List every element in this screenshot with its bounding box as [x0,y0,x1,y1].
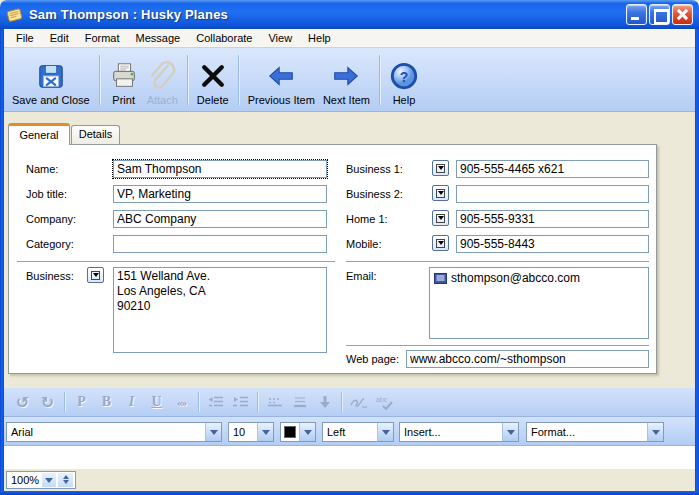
general-panel: Name: Job title: Company: Category: Busi… [8,144,657,374]
toolbar-separator [187,55,188,105]
print-icon [109,60,139,92]
help-label: Help [393,94,416,106]
editor-strip [4,446,695,468]
business2-dropdown-button[interactable] [432,185,449,201]
print-button[interactable]: Print [105,51,143,109]
menu-help[interactable]: Help [300,30,339,46]
dropdown-arrow-icon [436,189,445,198]
zoom-select[interactable]: 100% [6,471,76,489]
format-toolbar: ↺ ↻ P B I U «» abc [4,388,695,417]
delete-button[interactable]: Delete [193,51,233,109]
minimize-button[interactable] [626,4,647,25]
toolbar-separator [198,392,199,412]
business2-input[interactable] [456,185,649,203]
chevron-down-icon [647,423,663,441]
status-bar: 100% [4,468,695,491]
home1-dropdown-button[interactable] [432,210,449,226]
chevron-down-icon[interactable] [42,473,56,487]
arrow-left-icon [266,60,296,92]
save-and-close-button[interactable]: Save and Close [8,51,94,109]
chevron-down-icon [205,423,221,441]
mobile-dropdown-button[interactable] [432,235,449,251]
toolbar-separator [341,392,342,412]
business-address-textarea[interactable]: 151 Welland Ave. Los Angeles, CA 90210 [113,267,327,353]
bottom-border-icon [287,391,312,413]
menu-message[interactable]: Message [128,30,189,46]
home1-input[interactable] [456,210,649,228]
insert-value: Insert... [404,426,441,438]
font-family-select[interactable]: Arial [6,422,222,442]
delete-x-icon [199,60,227,92]
next-item-button[interactable]: Next Item [319,51,374,109]
delete-label: Delete [197,94,229,106]
chevron-down-icon [377,423,393,441]
underline-icon: U [144,391,169,413]
company-input[interactable] [113,210,327,228]
business-address-label: Business: [26,270,74,282]
help-icon: ? [389,60,419,92]
window-border [695,29,699,495]
dropdown-arrow-icon [436,164,445,173]
insert-select[interactable]: Insert... [399,422,519,442]
business1-label: Business 1: [346,163,403,175]
dotted-rule-icon [262,391,287,413]
toolbar-separator [238,55,239,105]
business1-dropdown-button[interactable] [432,160,449,176]
menu-view[interactable]: View [260,30,300,46]
paragraph-icon: P [69,391,94,413]
home1-label: Home 1: [346,213,388,225]
web-page-input[interactable] [406,350,649,368]
font-toolbar: Arial 10 Left Insert... Format... [4,417,695,446]
font-color-select[interactable] [280,422,316,442]
dropdown-arrow-icon [436,214,445,223]
chevron-down-icon [299,423,315,441]
next-item-label: Next Item [323,94,370,106]
dropdown-arrow-icon [91,271,100,280]
window-border [0,491,699,495]
job-title-input[interactable] [113,185,327,203]
arrow-right-icon [331,60,361,92]
quotes-icon: «» [169,391,194,413]
font-size-select[interactable]: 10 [228,422,274,442]
dropdown-arrow-icon [436,239,445,248]
spellcheck-icon: abc [371,391,396,413]
close-button[interactable] [672,4,693,25]
menu-format[interactable]: Format [77,30,128,46]
category-label: Category: [26,238,74,250]
mobile-label: Mobile: [346,238,381,250]
email-card-icon [434,273,447,284]
email-box[interactable]: sthompson@abcco.com [429,267,649,339]
maximize-button[interactable] [649,4,670,25]
svg-text:abc: abc [376,396,388,403]
help-button[interactable]: ? Help [385,51,423,109]
name-input[interactable] [113,160,327,178]
tab-general[interactable]: General [8,123,70,145]
window-border [0,29,4,495]
alignment-select[interactable]: Left [322,422,394,442]
color-swatch [284,426,296,438]
italic-icon: I [119,391,144,413]
print-label: Print [112,94,135,106]
undo-icon: ↺ [10,391,35,413]
title-bar[interactable]: Sam Thompson : Husky Planes [0,0,699,29]
redo-icon: ↻ [35,391,60,413]
separator [17,261,335,262]
outdent-list-icon [203,391,228,413]
tab-details[interactable]: Details [71,125,120,145]
email-label: Email: [346,270,377,282]
main-toolbar: Save and Close Print Attach [4,48,695,112]
contact-card-icon [6,6,24,24]
menu-file[interactable]: File [8,30,42,46]
menu-edit[interactable]: Edit [42,30,77,46]
category-input[interactable] [113,235,327,253]
mobile-input[interactable] [456,235,649,253]
format-select[interactable]: Format... [526,422,664,442]
menu-collaborate[interactable]: Collaborate [188,30,260,46]
paperclip-icon [147,60,177,92]
previous-item-button[interactable]: Previous Item [244,51,319,109]
toolbar-separator [99,55,100,105]
business1-input[interactable] [456,160,649,178]
zoom-spinner[interactable] [58,473,73,487]
business-address-dropdown-button[interactable] [87,267,104,283]
chevron-down-icon [502,423,518,441]
